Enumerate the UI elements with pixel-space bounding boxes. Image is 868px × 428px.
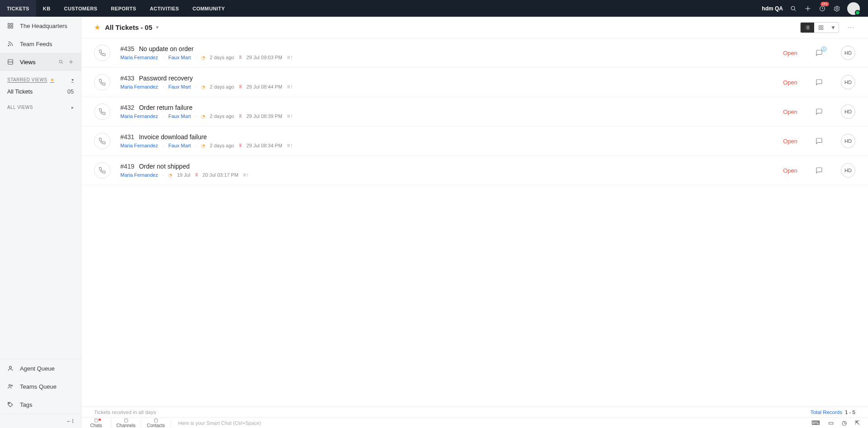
chat-tab-contacts[interactable]: ▢ Contacts bbox=[141, 418, 171, 428]
ticket-status[interactable]: Open bbox=[783, 108, 797, 115]
chat-count-badge: 1 bbox=[821, 47, 826, 52]
all-views-header[interactable]: ALL VIEWS ▸ bbox=[0, 100, 81, 114]
ticket-company[interactable]: Faux Mart bbox=[168, 113, 191, 119]
svg-rect-6 bbox=[8, 24, 10, 25]
svg-rect-28 bbox=[821, 25, 823, 27]
ticket-comments[interactable] bbox=[816, 137, 823, 145]
sidebar-item-hq[interactable]: The Headquarters bbox=[0, 17, 81, 35]
star-icon[interactable]: ★ bbox=[94, 23, 100, 32]
hourglass-icon: ⧖ bbox=[239, 113, 242, 119]
ticket-contact[interactable]: Maria Fernandez bbox=[120, 143, 158, 148]
add-icon[interactable] bbox=[804, 5, 812, 13]
chat-icon bbox=[816, 167, 823, 174]
ticket-company[interactable]: Faux Mart bbox=[168, 143, 191, 148]
starred-view-all-tickets[interactable]: All Tickets 05 bbox=[0, 86, 81, 100]
chat-tab-chats[interactable]: ▢ Chats bbox=[81, 418, 111, 428]
starred-views-header[interactable]: STARRED VIEWS ★ ▾ bbox=[0, 71, 81, 86]
notification-icon[interactable]: 151 bbox=[818, 5, 826, 13]
svg-rect-30 bbox=[821, 28, 823, 30]
sidebar-item-label: Tags bbox=[20, 401, 32, 408]
clock-icon[interactable]: ◷ bbox=[842, 419, 847, 426]
clock-icon: ◔ bbox=[201, 55, 205, 60]
chat-icon: ▢ bbox=[94, 418, 98, 423]
topnav-community[interactable]: COMMUNITY bbox=[186, 0, 232, 17]
ticket-status[interactable]: Open bbox=[783, 138, 797, 145]
ticket-status[interactable]: Open bbox=[783, 167, 797, 174]
user-avatar[interactable] bbox=[847, 2, 860, 15]
ticket-comments[interactable] bbox=[816, 167, 823, 174]
ticket-row[interactable]: #432Order return failureMaria Fernandez·… bbox=[81, 97, 868, 127]
ticket-comments[interactable]: 1 bbox=[816, 49, 823, 56]
topnav-activities[interactable]: ACTIVITIES bbox=[143, 0, 186, 17]
assignee-avatar[interactable]: HD bbox=[841, 163, 855, 178]
assignee-avatar[interactable]: HD bbox=[841, 46, 855, 60]
sidebar-item-feeds[interactable]: Team Feeds bbox=[0, 35, 81, 53]
ticket-due: 29 Jul 08:34 PM bbox=[247, 143, 283, 148]
ticket-age: 2 days ago bbox=[210, 55, 234, 60]
sidebar-item-teams-queue[interactable]: Teams Queue bbox=[0, 377, 81, 395]
topnav-tickets[interactable]: TICKETS bbox=[0, 0, 36, 17]
collapse-sidebar-button[interactable]: ←⁞ bbox=[0, 414, 81, 428]
keyboard-icon[interactable]: ⌨ bbox=[811, 419, 820, 426]
assignee-avatar[interactable]: HD bbox=[841, 134, 855, 148]
total-records-link[interactable]: Total Records bbox=[811, 409, 842, 415]
chat-bar: ▢ Chats ▢ Channels ▢ Contacts Here is yo… bbox=[81, 417, 868, 428]
view-mode-card[interactable] bbox=[814, 23, 828, 33]
views-search-icon[interactable] bbox=[58, 59, 64, 65]
sidebar-item-views[interactable]: Views bbox=[0, 53, 81, 71]
ticket-contact[interactable]: Maria Fernandez bbox=[120, 84, 158, 89]
chat-icon bbox=[816, 79, 823, 86]
ticket-company[interactable]: Faux Mart bbox=[168, 55, 191, 60]
assignee-avatar[interactable]: HD bbox=[841, 75, 855, 89]
page-title: All Tickets - 05 bbox=[105, 24, 152, 31]
ticket-contact[interactable]: Maria Fernandez bbox=[120, 55, 158, 60]
ticket-contact[interactable]: Maria Fernandez bbox=[120, 113, 158, 119]
svg-point-20 bbox=[9, 403, 9, 404]
view-mode-dropdown[interactable]: ▼ bbox=[828, 23, 839, 33]
card-icon[interactable]: ▭ bbox=[828, 419, 834, 426]
view-dropdown-caret[interactable]: ▼ bbox=[155, 25, 160, 30]
assignee-avatar[interactable]: HD bbox=[841, 104, 855, 119]
sidebar-item-agent-queue[interactable]: Agent Queue bbox=[0, 359, 81, 377]
more-menu[interactable]: ⋯ bbox=[847, 23, 855, 32]
phone-icon bbox=[99, 108, 106, 115]
chevron-right-icon: ▸ bbox=[71, 105, 74, 110]
expand-icon[interactable]: ⇱ bbox=[855, 419, 860, 426]
chat-tab-channels[interactable]: ▢ Channels bbox=[111, 418, 141, 428]
channel-icon: ▢ bbox=[124, 418, 128, 423]
ticket-comments[interactable] bbox=[816, 108, 823, 115]
ticket-status[interactable]: Open bbox=[783, 50, 797, 56]
svg-point-19 bbox=[11, 385, 12, 386]
ticket-id: #432 bbox=[120, 104, 134, 111]
top-navbar: TICKETS KB CUSTOMERS REPORTS ACTIVITIES … bbox=[0, 0, 868, 17]
smart-chat-input[interactable]: Here is your Smart Chat (Ctrl+Space) bbox=[171, 418, 803, 428]
chat-tab-label: Channels bbox=[116, 423, 135, 428]
topnav-reports[interactable]: REPORTS bbox=[104, 0, 143, 17]
record-range: 1 - 5 bbox=[845, 409, 855, 415]
ticket-company[interactable]: Faux Mart bbox=[168, 84, 191, 89]
ticket-age: 2 days ago bbox=[210, 84, 234, 89]
sidebar-item-tags[interactable]: Tags bbox=[0, 395, 81, 414]
ticket-row[interactable]: #435No update on orderMaria Fernandez·Fa… bbox=[81, 38, 868, 68]
ticket-row[interactable]: #431Invoice download failureMaria Fernan… bbox=[81, 127, 868, 156]
ticket-contact[interactable]: Maria Fernandez bbox=[120, 172, 158, 178]
ticket-row[interactable]: #419Order not shippedMaria Fernandez·◔19… bbox=[81, 156, 868, 185]
contacts-icon: ▢ bbox=[154, 418, 158, 423]
views-add-icon[interactable] bbox=[68, 59, 74, 65]
topnav-kb[interactable]: KB bbox=[36, 0, 57, 17]
user-name[interactable]: hdm QA bbox=[762, 5, 783, 12]
gear-icon[interactable] bbox=[833, 5, 841, 13]
ticket-status[interactable]: Open bbox=[783, 79, 797, 86]
view-mode-list[interactable] bbox=[801, 23, 814, 33]
ticket-comments[interactable] bbox=[816, 79, 823, 86]
ticket-row[interactable]: #433Password recoveryMaria Fernandez·Fau… bbox=[81, 68, 868, 97]
topnav-customers[interactable]: CUSTOMERS bbox=[57, 0, 104, 17]
priority-icon: ≡↑ bbox=[287, 54, 293, 61]
sidebar: The Headquarters Team Feeds Views bbox=[0, 17, 81, 428]
search-icon[interactable] bbox=[789, 5, 797, 13]
all-views-label: ALL VIEWS bbox=[7, 105, 33, 110]
chat-icon bbox=[816, 137, 823, 145]
ticket-due: 29 Jul 09:03 PM bbox=[247, 55, 283, 60]
sidebar-item-label: Team Feeds bbox=[20, 41, 52, 47]
phone-icon bbox=[99, 167, 106, 174]
